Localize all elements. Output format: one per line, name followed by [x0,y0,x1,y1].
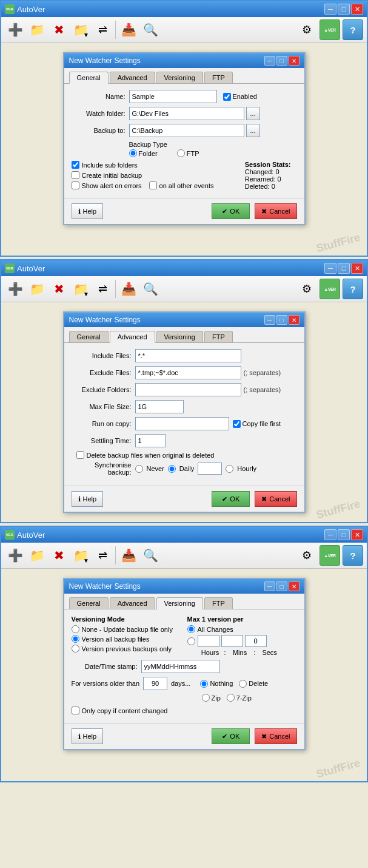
dialog-close-3[interactable]: ✕ [289,581,299,591]
maximize-btn-3[interactable]: □ [338,529,350,540]
search-button-1[interactable]: 🔍 [140,19,161,40]
include-files-input[interactable] [135,349,241,362]
tab-ftp-1[interactable]: FTP [204,72,233,83]
close-btn-3[interactable]: ✕ [351,529,363,540]
only-copy-cb[interactable] [72,707,79,714]
arrow-button-1[interactable]: ⇌ [92,19,113,40]
settings-button-2[interactable]: ⚙ [296,279,317,299]
folder-button-1[interactable]: 📁 [27,19,47,40]
minimize-btn-2[interactable]: ─ [324,263,336,274]
version-previous-radio[interactable] [72,645,79,653]
version-all-radio[interactable] [72,635,79,643]
dialog-max-2[interactable]: □ [276,315,287,325]
dialog-max-1[interactable]: □ [276,56,287,66]
dialog-min-1[interactable]: ─ [264,56,275,66]
dialog-close-2[interactable]: ✕ [289,315,299,325]
tab-general-1[interactable]: General [69,72,109,84]
backup-button-3[interactable]: 📁 ▼ [70,545,91,566]
ver-button-3[interactable]: ▲VER [319,545,340,566]
help-button-3[interactable]: ? [343,545,363,566]
help-footer-btn-2[interactable]: ℹ Help [72,491,104,507]
mins-input[interactable] [221,635,243,647]
delete-button-1[interactable]: ✖ [49,19,69,40]
nothing-radio[interactable] [200,680,208,688]
help-button-2[interactable]: ? [343,279,363,299]
on-all-events-cb[interactable] [149,181,157,189]
search-button-2[interactable]: 🔍 [140,279,161,299]
folder-radio[interactable] [129,149,137,157]
arrow-button-2[interactable]: ⇌ [92,279,113,299]
all-changes-radio[interactable] [187,625,195,633]
ok-btn-2[interactable]: ✔ OK [212,491,250,507]
backup-button-1[interactable]: 📁 ▼ [70,19,91,40]
none-version-radio[interactable] [72,625,79,633]
delete-radio[interactable] [239,680,247,688]
days-input[interactable] [143,677,167,690]
maximize-btn-1[interactable]: □ [338,4,350,15]
delete-button-2[interactable]: ✖ [49,279,69,299]
tab-general-2[interactable]: General [69,331,109,342]
tab-ftp-3[interactable]: FTP [204,597,233,609]
copy-file-first-cb[interactable] [233,420,241,428]
daily-radio[interactable] [168,465,176,473]
cancel-btn-3[interactable]: ✖ Cancel [255,728,296,744]
ver-button-2[interactable]: ▲VER [319,279,340,299]
tab-general-3[interactable]: General [69,597,109,609]
backup-button-2[interactable]: 📁 ▼ [70,279,91,299]
name-input[interactable] [129,90,217,103]
settings-button-3[interactable]: ⚙ [296,545,317,566]
delete-button-3[interactable]: ✖ [49,545,69,566]
delete-backup-cb[interactable] [76,451,84,459]
never-radio[interactable] [135,465,143,473]
dialog-max-3[interactable]: □ [276,581,287,591]
tab-ftp-2[interactable]: FTP [204,331,233,342]
settling-time-input[interactable] [135,434,166,447]
search-button-3[interactable]: 🔍 [140,545,161,566]
cancel-btn-2[interactable]: ✖ Cancel [255,491,296,507]
run-on-copy-input[interactable] [135,417,229,430]
ftp-radio[interactable] [177,149,185,157]
zip7-radio[interactable] [227,694,235,702]
watch-folder-input[interactable] [129,107,244,120]
add-button-1[interactable]: ➕ [5,19,25,40]
create-initial-cb[interactable] [72,171,79,179]
dialog-close-1[interactable]: ✕ [289,56,299,66]
help-footer-btn-3[interactable]: ℹ Help [72,728,104,744]
exclude-files-input[interactable] [135,366,241,379]
watch-folder-browse[interactable]: ... [246,107,260,120]
tab-versioning-1[interactable]: Versioning [156,72,203,83]
help-button-1[interactable]: ? [343,19,363,40]
enabled-checkbox[interactable] [223,93,231,101]
minimize-btn-1[interactable]: ─ [324,4,336,15]
maximize-btn-2[interactable]: □ [338,263,350,274]
dialog-min-3[interactable]: ─ [264,581,275,591]
tab-advanced-1[interactable]: Advanced [110,72,155,83]
exclude-folders-input[interactable] [135,383,241,396]
folder-button-3[interactable]: 📁 [27,545,47,566]
arrow-button-3[interactable]: ⇌ [92,545,113,566]
add-button-2[interactable]: ➕ [5,279,25,299]
ver-button-1[interactable]: ▲VER [319,19,340,40]
ok-btn-1[interactable]: ✔ OK [212,203,250,219]
minimize-btn-3[interactable]: ─ [324,529,336,540]
tab-versioning-3[interactable]: Versioning [156,597,203,609]
tab-versioning-2[interactable]: Versioning [156,331,203,342]
daily-input[interactable] [198,463,222,475]
ok-btn-3[interactable]: ✔ OK [212,728,250,744]
backup-to-browse[interactable]: ... [246,124,260,137]
tab-advanced-3[interactable]: Advanced [110,597,155,609]
add-button-3[interactable]: ➕ [5,545,25,566]
settings-button-1[interactable]: ⚙ [296,19,317,40]
hours-input[interactable] [198,635,219,647]
cancel-btn-1[interactable]: ✖ Cancel [255,203,296,219]
hourly-radio[interactable] [226,465,233,473]
close-btn-2[interactable]: ✕ [351,263,363,274]
zip-radio[interactable] [202,694,210,702]
max-file-size-input[interactable] [135,400,184,413]
show-alert-cb[interactable] [72,181,79,189]
help-footer-btn-1[interactable]: ℹ Help [72,203,104,219]
datetime-input[interactable] [141,660,220,673]
backup-to-input[interactable] [129,124,244,137]
tab-advanced-2[interactable]: Advanced [110,331,155,343]
include-subfolders-cb[interactable] [72,161,79,169]
